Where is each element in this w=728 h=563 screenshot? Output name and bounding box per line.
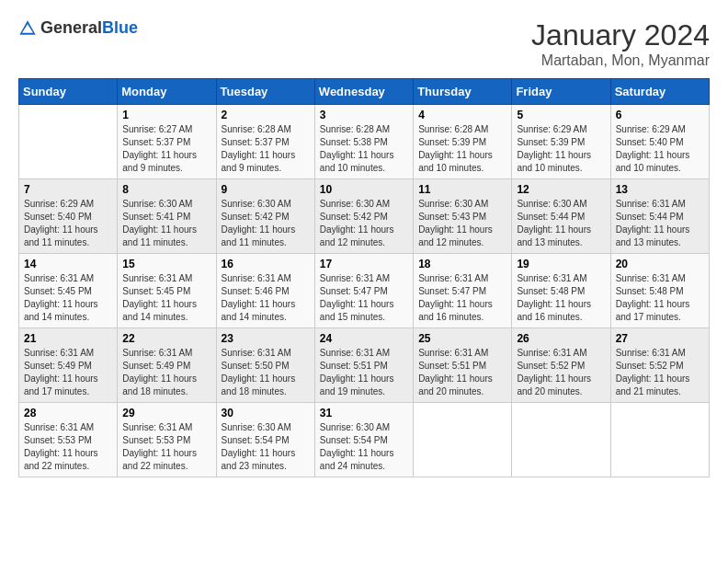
day-number: 26: [517, 332, 605, 345]
weekday-header-tuesday: Tuesday: [216, 79, 314, 105]
day-number: 18: [418, 258, 506, 270]
day-number: 3: [320, 109, 408, 121]
day-number: 9: [222, 183, 310, 196]
calendar-cell: 19Sunrise: 6:31 AMSunset: 5:48 PMDayligh…: [512, 254, 610, 328]
day-info: Sunrise: 6:31 AMSunset: 5:46 PMDaylight:…: [222, 272, 310, 324]
day-info: Sunrise: 6:30 AMSunset: 5:41 PMDaylight:…: [122, 198, 210, 249]
calendar-cell: [414, 403, 512, 477]
calendar-cell: 4Sunrise: 6:28 AMSunset: 5:39 PMDaylight…: [414, 105, 512, 179]
day-info: Sunrise: 6:27 AMSunset: 5:37 PMDaylight:…: [122, 123, 210, 175]
day-info: Sunrise: 6:31 AMSunset: 5:45 PMDaylight:…: [24, 272, 112, 324]
calendar-body: 1Sunrise: 6:27 AMSunset: 5:37 PMDaylight…: [19, 105, 710, 477]
day-info: Sunrise: 6:30 AMSunset: 5:54 PMDaylight:…: [222, 421, 310, 473]
calendar-cell: 21Sunrise: 6:31 AMSunset: 5:49 PMDayligh…: [19, 328, 118, 403]
calendar-cell: 24Sunrise: 6:31 AMSunset: 5:51 PMDayligh…: [314, 328, 413, 403]
day-info: Sunrise: 6:30 AMSunset: 5:43 PMDaylight:…: [418, 198, 506, 249]
day-number: 30: [222, 407, 310, 419]
logo-general-text: General: [40, 18, 102, 37]
day-info: Sunrise: 6:31 AMSunset: 5:51 PMDaylight:…: [418, 347, 506, 398]
day-number: 1: [122, 109, 210, 121]
calendar-cell: 1Sunrise: 6:27 AMSunset: 5:37 PMDaylight…: [118, 105, 216, 179]
logo-icon: [18, 19, 37, 38]
calendar-cell: 13Sunrise: 6:31 AMSunset: 5:44 PMDayligh…: [610, 179, 709, 254]
page-header: GeneralBlue January 2024 Martaban, Mon, …: [18, 18, 710, 69]
day-info: Sunrise: 6:29 AMSunset: 5:40 PMDaylight:…: [24, 198, 112, 249]
calendar-cell: 11Sunrise: 6:30 AMSunset: 5:43 PMDayligh…: [414, 179, 512, 254]
day-number: 22: [122, 332, 210, 345]
day-number: 24: [320, 332, 408, 345]
calendar-week-row: 7Sunrise: 6:29 AMSunset: 5:40 PMDaylight…: [19, 179, 710, 254]
day-info: Sunrise: 6:30 AMSunset: 5:42 PMDaylight:…: [222, 198, 310, 249]
calendar-cell: 16Sunrise: 6:31 AMSunset: 5:46 PMDayligh…: [216, 254, 314, 328]
day-info: Sunrise: 6:31 AMSunset: 5:48 PMDaylight:…: [517, 272, 605, 324]
day-number: 8: [122, 183, 210, 196]
day-info: Sunrise: 6:31 AMSunset: 5:52 PMDaylight:…: [517, 347, 605, 398]
day-info: Sunrise: 6:30 AMSunset: 5:44 PMDaylight:…: [517, 198, 605, 249]
day-info: Sunrise: 6:29 AMSunset: 5:39 PMDaylight:…: [517, 123, 605, 175]
calendar-cell: 8Sunrise: 6:30 AMSunset: 5:41 PMDaylight…: [118, 179, 216, 254]
day-info: Sunrise: 6:31 AMSunset: 5:49 PMDaylight:…: [24, 347, 112, 398]
day-info: Sunrise: 6:30 AMSunset: 5:54 PMDaylight:…: [320, 421, 408, 473]
day-number: 10: [320, 183, 408, 196]
day-number: 29: [122, 407, 210, 419]
day-number: 20: [616, 258, 704, 270]
day-info: Sunrise: 6:31 AMSunset: 5:51 PMDaylight:…: [320, 347, 408, 398]
day-info: Sunrise: 6:31 AMSunset: 5:47 PMDaylight:…: [320, 272, 408, 324]
day-info: Sunrise: 6:29 AMSunset: 5:40 PMDaylight:…: [616, 123, 704, 175]
calendar-cell: 30Sunrise: 6:30 AMSunset: 5:54 PMDayligh…: [216, 403, 314, 477]
weekday-header-sunday: Sunday: [19, 79, 118, 105]
day-info: Sunrise: 6:28 AMSunset: 5:39 PMDaylight:…: [418, 123, 506, 175]
calendar-cell: [512, 403, 610, 477]
calendar-week-row: 14Sunrise: 6:31 AMSunset: 5:45 PMDayligh…: [19, 254, 710, 328]
calendar-cell: 12Sunrise: 6:30 AMSunset: 5:44 PMDayligh…: [512, 179, 610, 254]
day-number: 23: [222, 332, 310, 345]
day-number: 19: [517, 258, 605, 270]
calendar-cell: 28Sunrise: 6:31 AMSunset: 5:53 PMDayligh…: [19, 403, 118, 477]
calendar-week-row: 21Sunrise: 6:31 AMSunset: 5:49 PMDayligh…: [19, 328, 710, 403]
calendar-cell: 15Sunrise: 6:31 AMSunset: 5:45 PMDayligh…: [118, 254, 216, 328]
calendar-cell: [19, 105, 118, 179]
calendar-cell: 29Sunrise: 6:31 AMSunset: 5:53 PMDayligh…: [118, 403, 216, 477]
weekday-header-thursday: Thursday: [414, 79, 512, 105]
day-info: Sunrise: 6:31 AMSunset: 5:53 PMDaylight:…: [24, 421, 112, 473]
day-info: Sunrise: 6:31 AMSunset: 5:48 PMDaylight:…: [616, 272, 704, 324]
day-info: Sunrise: 6:30 AMSunset: 5:42 PMDaylight:…: [320, 198, 408, 249]
calendar-cell: 10Sunrise: 6:30 AMSunset: 5:42 PMDayligh…: [314, 179, 413, 254]
day-info: Sunrise: 6:31 AMSunset: 5:49 PMDaylight:…: [122, 347, 210, 398]
day-number: 28: [24, 407, 112, 419]
calendar-cell: [610, 403, 709, 477]
day-number: 5: [517, 109, 605, 121]
calendar-cell: 18Sunrise: 6:31 AMSunset: 5:47 PMDayligh…: [414, 254, 512, 328]
calendar-table: SundayMondayTuesdayWednesdayThursdayFrid…: [18, 78, 710, 477]
day-info: Sunrise: 6:31 AMSunset: 5:47 PMDaylight:…: [418, 272, 506, 324]
day-info: Sunrise: 6:28 AMSunset: 5:37 PMDaylight:…: [222, 123, 310, 175]
day-number: 7: [24, 183, 112, 196]
weekday-header-monday: Monday: [118, 79, 216, 105]
calendar-title: January 2024: [531, 18, 710, 52]
weekday-header-friday: Friday: [512, 79, 610, 105]
calendar-cell: 25Sunrise: 6:31 AMSunset: 5:51 PMDayligh…: [414, 328, 512, 403]
day-number: 2: [222, 109, 310, 121]
calendar-cell: 6Sunrise: 6:29 AMSunset: 5:40 PMDaylight…: [610, 105, 709, 179]
calendar-cell: 9Sunrise: 6:30 AMSunset: 5:42 PMDaylight…: [216, 179, 314, 254]
day-number: 17: [320, 258, 408, 270]
calendar-cell: 3Sunrise: 6:28 AMSunset: 5:38 PMDaylight…: [314, 105, 413, 179]
weekday-header-saturday: Saturday: [610, 79, 709, 105]
day-number: 27: [616, 332, 704, 345]
day-number: 21: [24, 332, 112, 345]
calendar-cell: 27Sunrise: 6:31 AMSunset: 5:52 PMDayligh…: [610, 328, 709, 403]
day-number: 15: [122, 258, 210, 270]
calendar-week-row: 28Sunrise: 6:31 AMSunset: 5:53 PMDayligh…: [19, 403, 710, 477]
day-info: Sunrise: 6:31 AMSunset: 5:44 PMDaylight:…: [616, 198, 704, 249]
calendar-cell: 5Sunrise: 6:29 AMSunset: 5:39 PMDaylight…: [512, 105, 610, 179]
day-number: 6: [616, 109, 704, 121]
logo-blue-text: Blue: [102, 18, 138, 37]
day-info: Sunrise: 6:31 AMSunset: 5:53 PMDaylight:…: [122, 421, 210, 473]
calendar-cell: 20Sunrise: 6:31 AMSunset: 5:48 PMDayligh…: [610, 254, 709, 328]
day-number: 13: [616, 183, 704, 196]
calendar-cell: 7Sunrise: 6:29 AMSunset: 5:40 PMDaylight…: [19, 179, 118, 254]
day-info: Sunrise: 6:31 AMSunset: 5:50 PMDaylight:…: [222, 347, 310, 398]
calendar-week-row: 1Sunrise: 6:27 AMSunset: 5:37 PMDaylight…: [19, 105, 710, 179]
calendar-cell: 14Sunrise: 6:31 AMSunset: 5:45 PMDayligh…: [19, 254, 118, 328]
day-number: 4: [418, 109, 506, 121]
